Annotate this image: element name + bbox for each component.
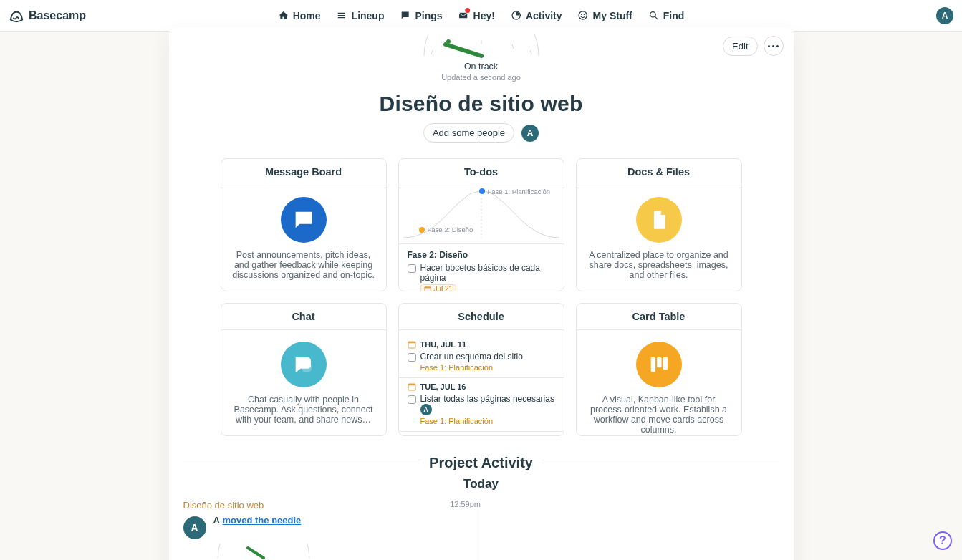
chat-icon — [281, 342, 327, 387]
svg-rect-28 — [663, 357, 667, 370]
notify-dot-icon — [466, 8, 471, 13]
todo-text: Hacer bocetos básicos de cada página — [420, 263, 555, 283]
svg-line-11 — [446, 44, 481, 56]
add-people-button[interactable]: Add some people — [423, 123, 514, 143]
brand-logo[interactable]: Basecamp — [9, 8, 86, 24]
hill-label-phase1: Fase 1: Planificación — [488, 188, 551, 195]
schedule-item-meta: Fase 1: Planificación — [420, 417, 555, 425]
mystuff-icon — [578, 10, 589, 21]
tile-title: Message Board — [221, 159, 386, 185]
svg-point-4 — [650, 12, 655, 18]
nav-list: HomeLineupPingsHey!ActivityMy StuffFind — [278, 0, 685, 31]
message-icon — [281, 197, 327, 243]
activity-entry[interactable]: A A moved the needle 12:59pm — [183, 515, 467, 539]
tile-blurb: Chat casually with people in Basecamp. A… — [234, 395, 373, 425]
svg-point-2 — [581, 14, 582, 15]
checkbox-icon[interactable] — [408, 264, 416, 273]
due-chip: Jul 21 — [420, 284, 457, 291]
tile-card-table[interactable]: Card Table A visual, Kanban-like tool fo… — [576, 303, 742, 436]
svg-point-19 — [302, 362, 312, 372]
nav-activity[interactable]: Activity — [511, 10, 562, 21]
schedule-item[interactable]: Listar todas las páginas necesarias A — [408, 394, 555, 415]
svg-line-9 — [512, 44, 514, 49]
tile-docs-files[interactable]: Docs & Files A centralized place to orga… — [576, 158, 742, 291]
brand-name: Basecamp — [29, 9, 86, 22]
svg-rect-27 — [657, 357, 661, 367]
needle-gauge-icon — [417, 34, 546, 60]
activity-today: Today — [183, 477, 779, 491]
nav-lineup[interactable]: Lineup — [337, 10, 385, 21]
lineup-icon — [337, 10, 347, 21]
activity-heading: Project Activity — [183, 455, 779, 471]
activity-time: 12:59pm — [450, 500, 481, 508]
status-text: On track — [464, 62, 498, 72]
calendar-icon — [408, 382, 416, 391]
schedule-item[interactable]: Crear un esquema del sitio — [408, 352, 555, 362]
activity-action-link[interactable]: moved the needle — [223, 515, 302, 526]
avatar[interactable]: A — [936, 7, 953, 24]
tile-blurb: A centralized place to organize and shar… — [589, 250, 728, 280]
tile-title: Docs & Files — [577, 159, 741, 185]
nav-label: Activity — [526, 10, 562, 21]
todo-list-title: Fase 2: Diseño — [408, 250, 555, 260]
svg-rect-18 — [424, 286, 430, 288]
schedule-item-meta: Fase 1: Planificación — [420, 363, 555, 372]
ellipsis-icon — [768, 45, 779, 47]
nav-label: Home — [293, 10, 321, 21]
nav-label: My Stuff — [593, 10, 632, 21]
tile-message-board[interactable]: Message Board Post announcements, pitch … — [221, 158, 387, 291]
hill-dot-phase2 — [419, 227, 425, 233]
nav-pings[interactable]: Pings — [400, 10, 442, 21]
edit-button[interactable]: Edit — [723, 37, 757, 56]
project-card: Edit On track Updated a second ago Diseñ… — [169, 27, 794, 560]
find-icon — [648, 10, 659, 21]
file-icon — [636, 197, 682, 243]
svg-point-12 — [446, 39, 451, 44]
checkbox-icon[interactable] — [408, 395, 416, 404]
todo-item[interactable]: Hacer bocetos básicos de cada página — [408, 263, 555, 283]
svg-rect-26 — [650, 357, 655, 372]
nav-mystuff[interactable]: My Stuff — [578, 10, 632, 21]
kanban-icon — [636, 342, 682, 387]
checkbox-icon[interactable] — [408, 353, 416, 362]
nav-find[interactable]: Find — [648, 10, 685, 21]
nav-home[interactable]: Home — [278, 10, 321, 21]
nav-hey[interactable]: Hey! — [458, 10, 495, 21]
hill-dot-phase1 — [479, 188, 485, 194]
tile-title: Card Table — [577, 304, 741, 330]
tile-schedule[interactable]: Schedule THU, JUL 11Crear un esquema del… — [398, 303, 564, 436]
tile-title: Chat — [221, 304, 386, 330]
more-menu-button[interactable] — [764, 36, 784, 56]
schedule-date: THU, JUL 11 — [408, 340, 555, 349]
tile-chat[interactable]: Chat Chat casually with people in Baseca… — [221, 303, 387, 436]
svg-rect-23 — [408, 384, 415, 385]
schedule-date: TUE, JUL 16 — [408, 382, 555, 391]
nav-right: A — [936, 7, 953, 24]
calendar-icon — [424, 286, 431, 292]
page-title: Diseño de sitio web — [169, 92, 794, 116]
nav-label: Lineup — [352, 10, 385, 21]
needle-gauge-icon — [213, 544, 314, 559]
svg-line-29 — [248, 548, 264, 558]
hill-label-phase2: Fase 2: Diseño — [428, 226, 473, 233]
svg-rect-15 — [298, 221, 304, 222]
activity-project: Diseño de sitio web — [183, 500, 467, 511]
avatar[interactable]: A — [521, 125, 539, 142]
tile-blurb: Post announcements, pitch ideas, and gat… — [232, 250, 375, 280]
svg-point-1 — [579, 11, 587, 19]
tile-todos[interactable]: To-dos Fase 1: Planificación Fase 2: Dis… — [398, 158, 564, 291]
nav-label: Find — [663, 10, 685, 21]
tile-title: To-dos — [399, 159, 564, 185]
nav-label: Pings — [415, 10, 442, 21]
avatar: A — [183, 516, 206, 539]
svg-line-6 — [431, 50, 433, 54]
tile-title: Schedule — [399, 304, 564, 330]
calendar-icon — [408, 340, 416, 349]
help-button[interactable]: ? — [933, 531, 952, 550]
svg-rect-13 — [298, 215, 308, 216]
svg-point-3 — [584, 14, 585, 15]
basecamp-icon — [9, 8, 24, 24]
avatar: A — [420, 404, 432, 415]
svg-line-5 — [655, 16, 658, 19]
activity-icon — [511, 10, 521, 21]
